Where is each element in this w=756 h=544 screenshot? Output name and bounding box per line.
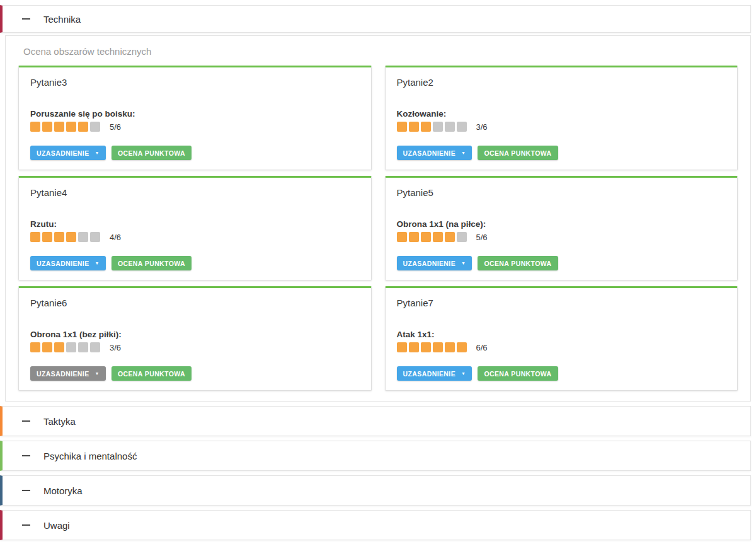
question-card-title: Pytanie2 bbox=[397, 77, 726, 88]
card-actions: UZASADNIENIE ▼ OCENA PUNKTOWA bbox=[397, 366, 726, 381]
rating-square-filled[interactable] bbox=[445, 342, 455, 352]
rating-row: 3/6 bbox=[30, 342, 360, 352]
rating-square-filled[interactable] bbox=[30, 232, 40, 242]
collapse-minus-icon bbox=[22, 18, 30, 20]
rating-square-filled[interactable] bbox=[409, 232, 419, 242]
uzasadnienie-button[interactable]: UZASADNIENIE ▼ bbox=[397, 256, 472, 270]
rating-square-filled[interactable] bbox=[66, 232, 76, 242]
collapse-minus-icon bbox=[22, 455, 30, 456]
rating-square-empty[interactable] bbox=[90, 122, 100, 132]
question-card: Pytanie4 Rzutu: 4/6 UZASADNIENIE ▼ OCENA… bbox=[18, 176, 372, 281]
rating-square-filled[interactable] bbox=[409, 122, 419, 132]
rating-square-empty[interactable] bbox=[433, 122, 443, 132]
uzasadnienie-button[interactable]: UZASADNIENIE ▼ bbox=[30, 146, 106, 160]
technika-content-panel: Ocena obszarów technicznych Pytanie3 Por… bbox=[5, 35, 751, 402]
rating-square-filled[interactable] bbox=[421, 232, 431, 242]
collapse-minus-icon bbox=[22, 490, 30, 491]
rating-square-empty[interactable] bbox=[90, 232, 100, 242]
rating-square-filled[interactable] bbox=[397, 342, 407, 352]
uzasadnienie-button[interactable]: UZASADNIENIE ▼ bbox=[397, 366, 472, 381]
rating-square-filled[interactable] bbox=[397, 122, 407, 132]
rating-square-filled[interactable] bbox=[66, 122, 76, 132]
rating-squares bbox=[30, 122, 102, 132]
question-card-title: Pytanie5 bbox=[397, 187, 726, 198]
ocena-punktowa-button[interactable]: OCENA PUNKTOWA bbox=[478, 366, 558, 381]
section-label: Taktyka bbox=[43, 416, 76, 427]
uzasadnienie-button[interactable]: UZASADNIENIE ▼ bbox=[30, 366, 106, 381]
uzasadnienie-button[interactable]: UZASADNIENIE ▼ bbox=[30, 256, 106, 270]
question-label: Obrona 1x1 (bez piłki): bbox=[30, 330, 360, 339]
rating-square-filled[interactable] bbox=[457, 342, 467, 352]
rating-squares bbox=[397, 232, 469, 242]
ocena-punktowa-button[interactable]: OCENA PUNKTOWA bbox=[478, 146, 558, 160]
rating-square-filled[interactable] bbox=[433, 232, 443, 242]
ocena-punktowa-button[interactable]: OCENA PUNKTOWA bbox=[112, 366, 192, 381]
caret-down-icon: ▼ bbox=[461, 371, 466, 376]
caret-down-icon: ▼ bbox=[95, 151, 100, 155]
rating-square-filled[interactable] bbox=[54, 122, 64, 132]
question-card-title: Pytanie6 bbox=[30, 298, 360, 308]
ocena-punktowa-button[interactable]: OCENA PUNKTOWA bbox=[112, 146, 192, 160]
rating-square-filled[interactable] bbox=[42, 232, 52, 242]
rating-square-empty[interactable] bbox=[78, 232, 88, 242]
question-card: Pytanie5 Obrona 1x1 (na piłce): 5/6 UZAS… bbox=[385, 176, 738, 281]
evaluation-accordion: Technika Ocena obszarów technicznych Pyt… bbox=[0, 0, 756, 540]
question-card-title: Pytanie7 bbox=[397, 298, 726, 308]
question-card-title: Pytanie4 bbox=[30, 187, 360, 198]
rating-squares bbox=[30, 232, 102, 242]
rating-square-empty[interactable] bbox=[457, 232, 467, 242]
rating-row: 6/6 bbox=[397, 342, 726, 352]
accordion-section-technika[interactable]: Technika bbox=[0, 5, 751, 33]
rating-square-filled[interactable] bbox=[421, 122, 431, 132]
card-actions: UZASADNIENIE ▼ OCENA PUNKTOWA bbox=[397, 256, 726, 270]
rating-square-filled[interactable] bbox=[421, 342, 431, 352]
rating-square-filled[interactable] bbox=[433, 342, 443, 352]
rating-row: 3/6 bbox=[397, 122, 726, 132]
ocena-punktowa-button[interactable]: OCENA PUNKTOWA bbox=[112, 256, 192, 270]
technika-subtitle: Ocena obszarów technicznych bbox=[23, 46, 738, 57]
rating-square-empty[interactable] bbox=[457, 122, 467, 132]
card-actions: UZASADNIENIE ▼ OCENA PUNKTOWA bbox=[30, 366, 360, 381]
uzasadnienie-button[interactable]: UZASADNIENIE ▼ bbox=[397, 146, 472, 160]
rating-square-filled[interactable] bbox=[54, 342, 64, 352]
question-label: Rzutu: bbox=[30, 219, 360, 229]
rating-row: 5/6 bbox=[30, 122, 360, 132]
score-value: 6/6 bbox=[476, 343, 488, 352]
rating-square-filled[interactable] bbox=[30, 122, 40, 132]
score-value: 5/6 bbox=[476, 233, 488, 242]
rating-row: 4/6 bbox=[30, 232, 360, 242]
section-label: Psychika i mentalność bbox=[43, 451, 137, 461]
caret-down-icon: ▼ bbox=[461, 151, 466, 155]
rating-square-filled[interactable] bbox=[30, 342, 40, 352]
rating-square-filled[interactable] bbox=[42, 122, 52, 132]
card-actions: UZASADNIENIE ▼ OCENA PUNKTOWA bbox=[30, 256, 360, 270]
ocena-punktowa-button[interactable]: OCENA PUNKTOWA bbox=[478, 256, 558, 270]
section-label: Motoryka bbox=[43, 485, 83, 496]
rating-square-filled[interactable] bbox=[42, 342, 52, 352]
rating-square-empty[interactable] bbox=[90, 342, 100, 352]
accordion-section-motoryka[interactable]: Motoryka bbox=[0, 475, 751, 506]
collapse-minus-icon bbox=[22, 420, 30, 422]
accordion-section-uwagi[interactable]: Uwagi bbox=[0, 510, 751, 540]
score-value: 3/6 bbox=[476, 122, 488, 132]
rating-square-filled[interactable] bbox=[397, 232, 407, 242]
rating-square-filled[interactable] bbox=[78, 122, 88, 132]
question-cards-grid: Pytanie3 Poruszanie się po boisku: 5/6 U… bbox=[18, 66, 738, 391]
caret-down-icon: ▼ bbox=[95, 371, 100, 376]
rating-square-filled[interactable] bbox=[54, 232, 64, 242]
rating-square-empty[interactable] bbox=[445, 122, 455, 132]
accordion-section-psychika-i-mentalno-[interactable]: Psychika i mentalność bbox=[0, 441, 751, 471]
rating-square-empty[interactable] bbox=[78, 342, 88, 352]
question-card: Pytanie7 Atak 1x1: 6/6 UZASADNIENIE ▼ OC… bbox=[385, 286, 738, 391]
question-label: Obrona 1x1 (na piłce): bbox=[397, 219, 726, 229]
rating-square-filled[interactable] bbox=[445, 232, 455, 242]
collapsed-sections: Taktyka Psychika i mentalność Motoryka U… bbox=[0, 406, 756, 540]
score-value: 5/6 bbox=[110, 122, 121, 132]
rating-square-empty[interactable] bbox=[66, 342, 76, 352]
question-card-title: Pytanie3 bbox=[30, 77, 360, 88]
rating-square-filled[interactable] bbox=[409, 342, 419, 352]
question-label: Atak 1x1: bbox=[397, 330, 726, 339]
accordion-section-taktyka[interactable]: Taktyka bbox=[0, 406, 751, 436]
rating-squares bbox=[30, 342, 102, 352]
question-card: Pytanie6 Obrona 1x1 (bez piłki): 3/6 UZA… bbox=[18, 286, 372, 391]
